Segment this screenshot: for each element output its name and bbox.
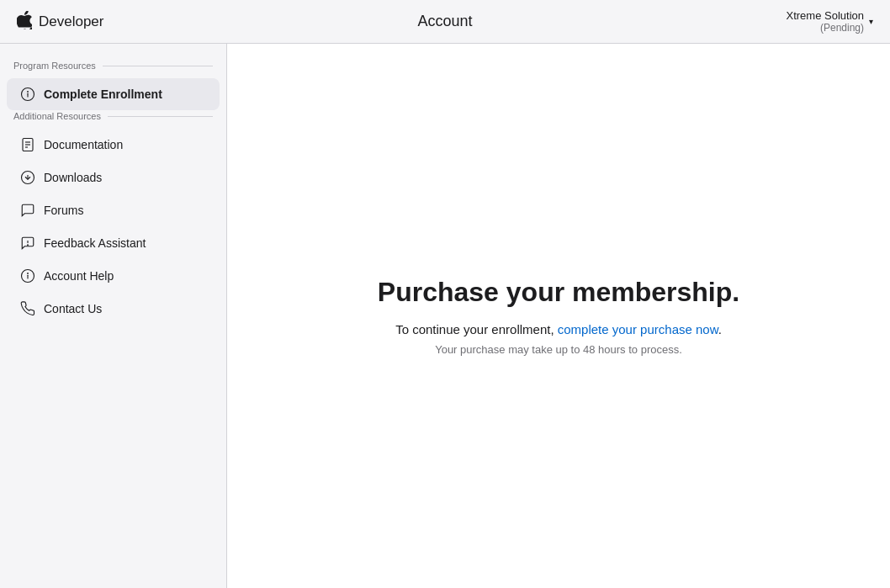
sidebar-item-feedback-assistant-label: Feedback Assistant bbox=[44, 236, 146, 250]
subtitle-suffix: . bbox=[718, 322, 722, 336]
header-account[interactable]: Xtreme Solution (Pending) ▾ bbox=[663, 9, 890, 34]
info-circle-icon bbox=[20, 87, 35, 102]
main-subtitle: To continue your enrollment, complete yo… bbox=[378, 322, 739, 336]
additional-resources-section-label: Additional Resources bbox=[0, 111, 226, 128]
doc-text-icon bbox=[20, 137, 35, 152]
sidebar-item-contact-us[interactable]: Contact Us bbox=[7, 293, 220, 325]
sidebar-item-documentation[interactable]: Documentation bbox=[7, 129, 220, 161]
download-circle-icon bbox=[20, 170, 35, 185]
header-title: Account bbox=[227, 13, 663, 30]
sidebar-item-account-help[interactable]: Account Help bbox=[7, 260, 220, 292]
sidebar-item-documentation-label: Documentation bbox=[44, 138, 123, 151]
subtitle-prefix: To continue your enrollment, bbox=[395, 322, 558, 336]
header-logo: Developer bbox=[0, 11, 227, 32]
phone-icon bbox=[20, 301, 35, 316]
account-chevron-icon: ▾ bbox=[869, 17, 873, 26]
developer-logo-text: Developer bbox=[39, 13, 104, 30]
sidebar-item-contact-us-label: Contact Us bbox=[44, 302, 102, 315]
account-status: (Pending) bbox=[787, 22, 865, 34]
bubble-icon bbox=[20, 203, 35, 218]
sidebar-item-downloads[interactable]: Downloads bbox=[7, 162, 220, 193]
account-help-icon bbox=[20, 268, 35, 283]
sidebar-item-account-help-label: Account Help bbox=[44, 269, 114, 283]
sidebar: Program Resources Complete Enrollment Ad… bbox=[0, 44, 227, 588]
main-content: Purchase your membership. To continue yo… bbox=[378, 276, 739, 355]
program-resources-section-label: Program Resources bbox=[0, 61, 226, 77]
main-note: Your purchase may take up to 48 hours to… bbox=[378, 343, 739, 356]
sidebar-item-complete-enrollment-label: Complete Enrollment bbox=[44, 87, 162, 101]
header: Developer Account Xtreme Solution (Pendi… bbox=[0, 0, 890, 44]
main-title: Purchase your membership. bbox=[378, 276, 739, 308]
apple-icon bbox=[17, 11, 32, 32]
sidebar-item-complete-enrollment[interactable]: Complete Enrollment bbox=[7, 78, 220, 110]
sidebar-item-feedback-assistant[interactable]: Feedback Assistant bbox=[7, 227, 220, 259]
layout: Program Resources Complete Enrollment Ad… bbox=[0, 44, 890, 588]
sidebar-item-forums[interactable]: Forums bbox=[7, 194, 220, 226]
sidebar-item-forums-label: Forums bbox=[44, 204, 83, 217]
account-name: Xtreme Solution bbox=[787, 9, 865, 22]
exclamation-bubble-icon bbox=[20, 236, 35, 251]
purchase-link[interactable]: complete your purchase now bbox=[558, 322, 718, 336]
sidebar-item-downloads-label: Downloads bbox=[44, 171, 102, 184]
main-content-area: Purchase your membership. To continue yo… bbox=[227, 44, 890, 588]
